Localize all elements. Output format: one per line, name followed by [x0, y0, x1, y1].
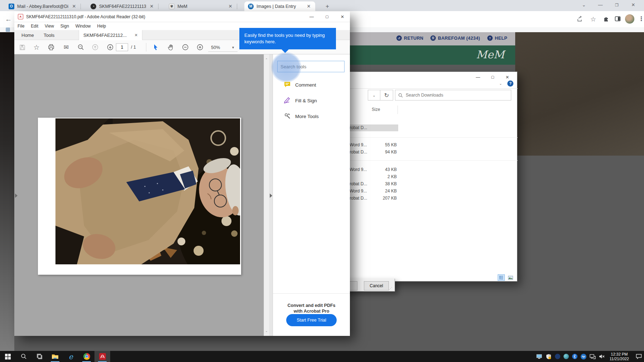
- right-pane-toggle-icon[interactable]: [270, 194, 272, 198]
- panel-toggle-strip[interactable]: [269, 54, 273, 336]
- tab-document[interactable]: SKMF64FAE22112... ✕: [79, 30, 142, 40]
- browser-minimize-button[interactable]: —: [593, 0, 608, 10]
- ribbon-chevron-icon[interactable]: ⌄: [499, 82, 502, 85]
- bookmark-star-icon[interactable]: ☆: [590, 15, 596, 23]
- browser-tab-skm[interactable]: ◔ SKMF64FAE22112111310 ✕: [87, 1, 158, 11]
- page-up-icon[interactable]: [92, 44, 99, 50]
- list-view-icon[interactable]: [498, 274, 505, 281]
- print-icon[interactable]: [48, 44, 55, 50]
- menu-window[interactable]: Window: [72, 24, 94, 29]
- refresh-button[interactable]: ↻: [380, 90, 393, 101]
- acrobat-window-title: SKMF64FAE22112111310.pdf - Adobe Acrobat…: [26, 14, 145, 19]
- dialog-help-icon[interactable]: ?: [507, 80, 513, 87]
- page-number-input[interactable]: [116, 43, 128, 51]
- side-panel-icon[interactable]: [615, 16, 621, 24]
- menu-file[interactable]: File: [14, 24, 28, 29]
- tab-close-icon[interactable]: ✕: [135, 33, 138, 38]
- tab-close-icon[interactable]: ✕: [306, 4, 312, 9]
- acrobat-minimize-button[interactable]: —: [307, 13, 316, 20]
- app-teal-tray-icon[interactable]: [564, 354, 569, 359]
- resize-grip[interactable]: ⋰: [389, 287, 392, 290]
- zoom-out-icon[interactable]: [182, 44, 189, 50]
- panel-item-comment[interactable]: Comment: [273, 79, 350, 91]
- column-divider[interactable]: [397, 106, 398, 114]
- search-magnifier-icon[interactable]: [77, 44, 84, 50]
- bookmark-star-icon[interactable]: ☆: [33, 44, 40, 50]
- bluetooth-icon[interactable]: [572, 354, 577, 359]
- browser-tab-mem[interactable]: ✾ MeM ✕: [165, 1, 237, 11]
- tab-home[interactable]: Home: [17, 30, 38, 40]
- return-button[interactable]: ↺ RETURN: [396, 35, 423, 41]
- tab-search-chevron-icon[interactable]: ⌄: [577, 0, 591, 10]
- search-tools-field[interactable]: [277, 61, 345, 72]
- tab-close-icon[interactable]: ✕: [228, 4, 233, 9]
- share-icon[interactable]: [577, 16, 583, 24]
- tab-close-icon[interactable]: ✕: [149, 4, 155, 9]
- task-view-button[interactable]: [31, 351, 47, 362]
- address-dropdown-button[interactable]: ⌄: [368, 90, 380, 101]
- scroll-down-icon[interactable]: ⌄: [265, 329, 268, 333]
- bookmark-favicon[interactable]: [6, 28, 10, 32]
- action-center-icon[interactable]: [636, 353, 642, 359]
- pdf-page[interactable]: [38, 118, 241, 275]
- new-tab-button[interactable]: +: [324, 3, 331, 10]
- taskbar-chrome[interactable]: [79, 351, 94, 362]
- menu-help[interactable]: Help: [94, 24, 109, 29]
- downloads-search[interactable]: [395, 90, 511, 101]
- dialog-close-button[interactable]: ✕: [502, 74, 513, 80]
- left-pane-toggle-icon[interactable]: [15, 194, 18, 198]
- start-button[interactable]: [0, 351, 16, 362]
- scroll-up-icon[interactable]: ⌃: [265, 58, 268, 62]
- hp-icon[interactable]: hp: [581, 354, 586, 359]
- taskbar-file-explorer[interactable]: [47, 351, 63, 362]
- zoom-level-dropdown[interactable]: 50% ▼: [208, 43, 238, 52]
- dialog-maximize-button[interactable]: ▢: [487, 74, 498, 80]
- app-blue-tray-icon[interactable]: [555, 354, 560, 359]
- cancel-button[interactable]: Cancel: [364, 281, 389, 290]
- account-button[interactable]: 웃 BAREFOAM (4234): [430, 35, 480, 41]
- menu-edit[interactable]: Edit: [28, 24, 42, 29]
- browser-close-button[interactable]: ✕: [626, 0, 640, 10]
- menu-view[interactable]: View: [42, 24, 57, 29]
- taskbar-search-button[interactable]: [16, 351, 31, 362]
- panel-item-more-tools[interactable]: More Tools: [273, 110, 350, 122]
- browser-tab-mail[interactable]: O Mail - Abbey.Barefoot@Dignitym ✕: [5, 1, 80, 11]
- chrome-icon: [83, 353, 90, 360]
- tab-close-icon[interactable]: ✕: [71, 4, 77, 9]
- acrobat-window: A SKMF64FAE22112111310.pdf - Adobe Acrob…: [14, 11, 350, 336]
- page-down-icon[interactable]: [107, 44, 114, 50]
- hand-tool-icon[interactable]: [167, 44, 175, 50]
- display-tray-icon[interactable]: [536, 353, 542, 359]
- document-scrollbar[interactable]: ⌃ ⌄: [264, 54, 269, 336]
- save-floppy-icon[interactable]: [19, 44, 26, 50]
- browser-tab-images-data-entry[interactable]: M Images | Data Entry ✕: [244, 1, 315, 11]
- menu-sign[interactable]: Sign: [57, 24, 72, 29]
- browser-restore-button[interactable]: ❐: [610, 0, 624, 10]
- select-pointer-icon[interactable]: [152, 44, 159, 50]
- start-free-trial-button[interactable]: Start Free Trial: [286, 314, 337, 326]
- document-area[interactable]: [14, 54, 264, 336]
- network-icon[interactable]: [590, 353, 596, 359]
- volume-muted-icon[interactable]: [599, 353, 605, 359]
- kebab-menu-icon[interactable]: ⋮: [638, 15, 644, 23]
- zoom-in-icon[interactable]: [196, 44, 204, 50]
- acrobat-close-button[interactable]: ✕: [338, 13, 347, 20]
- extensions-puzzle-icon[interactable]: [603, 16, 609, 24]
- thumbnail-view-icon[interactable]: [507, 274, 514, 281]
- acrobat-maximize-button[interactable]: ▢: [322, 13, 332, 20]
- back-arrow-icon[interactable]: ←: [5, 15, 12, 23]
- search-tools-input[interactable]: [280, 64, 341, 69]
- panel-item-fill-sign[interactable]: Fill & Sign: [273, 94, 350, 107]
- email-envelope-icon[interactable]: ✉: [63, 44, 70, 50]
- taskbar-internet-explorer[interactable]: e: [63, 351, 79, 362]
- security-shield-icon[interactable]: !: [546, 353, 552, 359]
- view-mode-switcher: [498, 274, 514, 281]
- profile-avatar[interactable]: [625, 14, 634, 24]
- taskbar-acrobat[interactable]: [94, 351, 110, 362]
- downloads-search-input[interactable]: [406, 93, 508, 98]
- acrobat-title-bar[interactable]: A SKMF64FAE22112111310.pdf - Adobe Acrob…: [14, 11, 350, 22]
- dialog-minimize-button[interactable]: —: [473, 74, 483, 80]
- tab-tools[interactable]: Tools: [39, 30, 59, 40]
- taskbar-clock[interactable]: 12:32 PM 11/21/2022: [610, 352, 629, 361]
- help-button[interactable]: ? HELP: [487, 35, 507, 41]
